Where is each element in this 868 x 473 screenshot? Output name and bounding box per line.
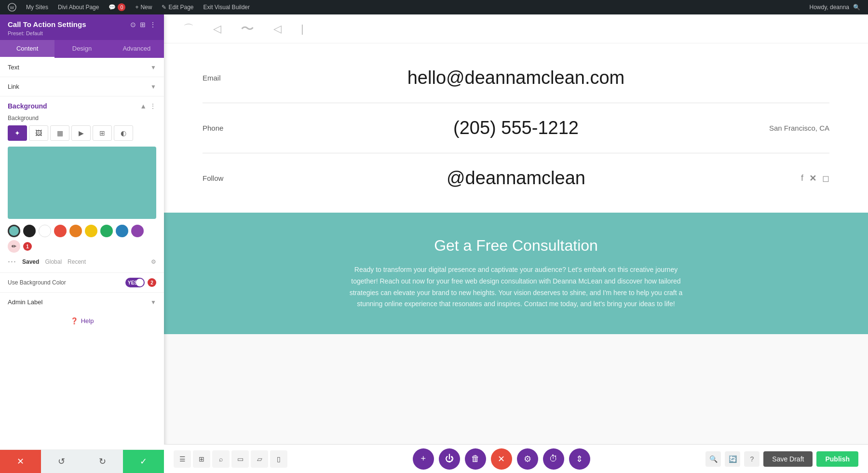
- layout-icon[interactable]: ⊞: [140, 21, 146, 28]
- toolbar-sort-btn[interactable]: ⇕: [569, 448, 590, 470]
- toggle-yes-label: YES: [128, 280, 137, 285]
- site-name-item[interactable]: Divi About Page: [54, 0, 103, 14]
- toolbar-settings-btn[interactable]: ⚙: [517, 448, 538, 470]
- use-bg-color-toggle[interactable]: YES: [125, 278, 145, 287]
- main-layout: Call To Action Settings ⊙ ⊞ ⋮ Preset: De…: [0, 14, 868, 473]
- wp-logo-item[interactable]: W: [4, 0, 20, 14]
- bg-type-color-btn[interactable]: ✦: [8, 125, 27, 141]
- twitter-x-icon[interactable]: ✕: [809, 173, 816, 184]
- color-preview-box[interactable]: [8, 147, 156, 219]
- wp-logo-icon: W: [8, 3, 16, 12]
- email-value: hello@deannamclean.com: [280, 68, 752, 88]
- background-chevron-up-icon[interactable]: ▲: [140, 102, 147, 110]
- bg-type-gradient-btn[interactable]: ▦: [50, 125, 69, 141]
- color-swatch-purple[interactable]: [131, 225, 144, 237]
- color-dots-icon[interactable]: ···: [8, 257, 16, 267]
- bg-type-image-btn[interactable]: 🖼: [29, 125, 48, 141]
- instagram-icon[interactable]: ◻: [822, 173, 829, 184]
- edit-icon: ✎: [162, 4, 166, 11]
- link-section-row[interactable]: Link ▼: [0, 77, 164, 96]
- admin-label-text: Admin Label: [8, 298, 42, 306]
- email-label: Email: [203, 74, 280, 82]
- left-panel: Call To Action Settings ⊙ ⊞ ⋮ Preset: De…: [0, 14, 164, 473]
- toolbar-add-btn[interactable]: +: [413, 448, 434, 470]
- color-swatch-white[interactable]: [39, 225, 51, 237]
- edit-page-item[interactable]: ✎ Edit Page: [158, 0, 197, 14]
- use-bg-color-row: Use Background Color YES 2: [0, 272, 164, 292]
- comment-icon: 💬: [108, 4, 116, 11]
- tab-content[interactable]: Content: [0, 40, 54, 58]
- toolbar-desktop-btn[interactable]: ▭: [231, 450, 249, 468]
- color-tab-global[interactable]: Global: [45, 258, 62, 265]
- use-bg-color-label: Use Background Color: [8, 279, 121, 286]
- toolbar-help-icon[interactable]: ?: [744, 451, 760, 467]
- canvas-icon-wave1: ⌒: [183, 22, 194, 36]
- exit-builder-item[interactable]: Exit Visual Builder: [199, 0, 254, 14]
- canvas-icon-arrow-left2: ◁: [273, 23, 282, 35]
- wave2-icon: 〜: [241, 20, 254, 38]
- toolbar-mobile-btn[interactable]: ▯: [270, 450, 287, 468]
- toolbar-history-btn[interactable]: ⏱: [543, 448, 564, 470]
- toolbar-menu-btn[interactable]: ☰: [174, 450, 191, 468]
- comments-badge: 0: [118, 3, 125, 11]
- confirm-btn[interactable]: ✓: [123, 450, 164, 473]
- background-more-icon[interactable]: ⋮: [149, 102, 156, 110]
- follow-value: @deannamclean: [280, 168, 752, 189]
- help-icon: ❓: [70, 317, 78, 324]
- panel-header-icons: ⊙ ⊞ ⋮: [130, 21, 156, 28]
- color-swatch-teal[interactable]: [8, 225, 20, 237]
- new-item[interactable]: + New: [131, 0, 156, 14]
- toolbar-center: + ⏻ 🗑 ✕ ⚙ ⏱ ⇕: [299, 448, 704, 470]
- toolbar-delete-btn[interactable]: 🗑: [465, 448, 486, 470]
- toolbar-zoom-icon[interactable]: 🔍: [705, 451, 721, 467]
- search-icon[interactable]: 🔍: [853, 4, 860, 11]
- color-swatch-yellow[interactable]: [85, 225, 97, 237]
- publish-button[interactable]: Publish: [816, 451, 858, 467]
- undo-btn[interactable]: ↺: [41, 450, 82, 473]
- toolbar-close-btn[interactable]: ✕: [491, 448, 512, 470]
- canvas-icons-bar: ⌒ ◁ 〜 ◁ |: [164, 14, 868, 43]
- save-draft-button[interactable]: Save Draft: [763, 451, 813, 467]
- new-label: New: [140, 4, 152, 11]
- color-settings-icon[interactable]: ⚙: [151, 258, 156, 265]
- wave1-icon: ⌒: [183, 22, 194, 36]
- bg-type-video-btn[interactable]: ▶: [71, 125, 91, 141]
- toolbar-search-btn[interactable]: ⌕: [212, 450, 230, 468]
- comments-item[interactable]: 💬 0: [105, 0, 129, 14]
- follow-label: Follow: [203, 174, 280, 182]
- panel-content: Text ▼ Link ▼ Background ▲ ⋮ Background: [0, 58, 164, 449]
- bg-type-mask-btn[interactable]: ◐: [114, 125, 133, 141]
- plus-icon: +: [135, 4, 138, 11]
- redo-btn[interactable]: ↻: [82, 450, 123, 473]
- color-swatch-orange[interactable]: [69, 225, 82, 237]
- arrow-left-icon: ◁: [213, 23, 221, 35]
- toolbar-rotate-icon[interactable]: 🔄: [725, 451, 740, 467]
- close-panel-btn[interactable]: ✕: [0, 450, 41, 473]
- color-tab-recent[interactable]: Recent: [68, 258, 86, 265]
- more-icon[interactable]: ⋮: [149, 21, 156, 28]
- admin-bar: W My Sites Divi About Page 💬 0 + New ✎ E…: [0, 0, 868, 14]
- color-swatch-black[interactable]: [23, 225, 36, 237]
- color-swatch-red[interactable]: [54, 225, 67, 237]
- my-sites-label: My Sites: [26, 4, 48, 11]
- text-section-row[interactable]: Text ▼: [0, 58, 164, 77]
- toolbar-grid-btn[interactable]: ⊞: [193, 450, 210, 468]
- tab-advanced[interactable]: Advanced: [109, 40, 164, 58]
- toolbar-tablet-btn[interactable]: ▱: [251, 450, 268, 468]
- help-row[interactable]: ❓ Help: [0, 311, 164, 330]
- bg-type-pattern-btn[interactable]: ⊞: [93, 125, 112, 141]
- color-tab-saved[interactable]: Saved: [22, 258, 39, 265]
- facebook-icon[interactable]: f: [801, 173, 803, 183]
- tab-design[interactable]: Design: [54, 40, 109, 58]
- panel-preset: Preset: Default: [8, 30, 156, 36]
- focus-mode-icon[interactable]: ⊙: [130, 21, 136, 28]
- svg-text:W: W: [10, 5, 14, 10]
- color-swatch-pencil[interactable]: ✏: [8, 240, 20, 253]
- admin-label-row[interactable]: Admin Label ▼: [0, 292, 164, 311]
- text-label: Text: [8, 64, 19, 71]
- my-sites-item[interactable]: My Sites: [22, 0, 52, 14]
- toolbar-power-btn[interactable]: ⏻: [439, 448, 460, 470]
- color-swatch-green[interactable]: [100, 225, 113, 237]
- color-swatch-blue[interactable]: [116, 225, 128, 237]
- toggle-badge: 2: [148, 278, 156, 287]
